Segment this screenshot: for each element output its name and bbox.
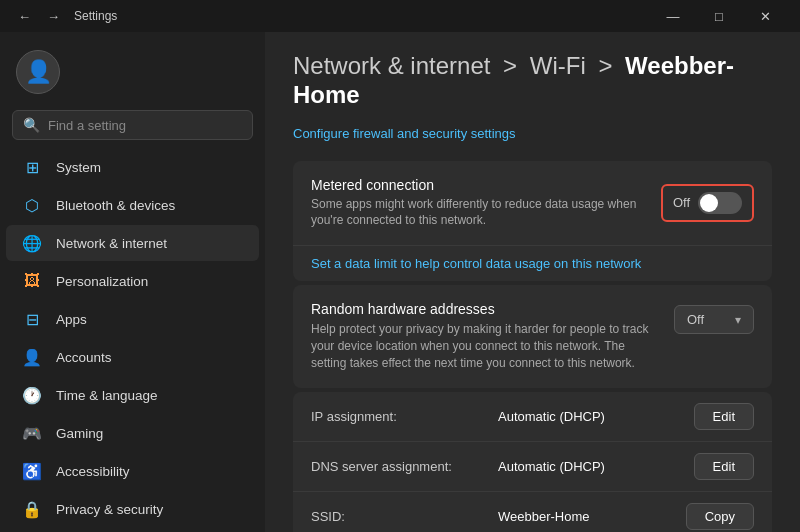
random-hw-section: Random hardware addresses Help protect y… <box>293 285 772 387</box>
time-icon: 🕐 <box>22 385 42 405</box>
sidebar-item-time[interactable]: 🕐 Time & language <box>6 377 259 413</box>
toggle-label: Off <box>673 195 690 210</box>
metered-section: Metered connection Some apps might work … <box>293 161 772 282</box>
random-hw-dropdown[interactable]: Off ▾ <box>674 305 754 334</box>
table-row: IP assignment: Automatic (DHCP) Edit <box>293 392 772 442</box>
title-bar-left: ← → Settings <box>12 7 117 26</box>
page-header: Network & internet > Wi-Fi > Weebber-Hom… <box>293 52 772 110</box>
metered-toggle[interactable] <box>698 192 742 214</box>
sidebar-item-label: Privacy & security <box>56 502 163 517</box>
app-layout: 👤 🔍 ⊞ System ⬡ Bluetooth & devices 🌐 Net… <box>0 32 800 532</box>
metered-text: Metered connection Some apps might work … <box>311 177 649 230</box>
sidebar-item-accounts[interactable]: 👤 Accounts <box>6 339 259 375</box>
info-label: SSID: <box>311 509 486 524</box>
avatar: 👤 <box>16 50 60 94</box>
info-label: IP assignment: <box>311 409 486 424</box>
breadcrumb-sep2: > <box>598 52 619 79</box>
info-value: Automatic (DHCP) <box>498 409 682 424</box>
data-limit-link[interactable]: Set a data limit to help control data us… <box>293 245 772 281</box>
dns-assignment-edit-button[interactable]: Edit <box>694 453 754 480</box>
breadcrumb-part1: Network & internet <box>293 52 490 79</box>
breadcrumb: Network & internet > Wi-Fi > Weebber-Hom… <box>293 52 772 110</box>
window-controls: — □ ✕ <box>650 0 788 32</box>
info-label: DNS server assignment: <box>311 459 486 474</box>
info-section: IP assignment: Automatic (DHCP) Edit DNS… <box>293 392 772 532</box>
sidebar-item-gaming[interactable]: 🎮 Gaming <box>6 415 259 451</box>
search-input[interactable] <box>48 118 242 133</box>
network-icon: 🌐 <box>22 233 42 253</box>
ip-assignment-edit-button[interactable]: Edit <box>694 403 754 430</box>
title-bar: ← → Settings — □ ✕ <box>0 0 800 32</box>
accounts-icon: 👤 <box>22 347 42 367</box>
main-content: Network & internet > Wi-Fi > Weebber-Hom… <box>265 32 800 532</box>
search-box[interactable]: 🔍 <box>12 110 253 140</box>
privacy-icon: 🔒 <box>22 499 42 519</box>
sidebar-item-label: Apps <box>56 312 87 327</box>
info-value: Weebber-Home <box>498 509 674 524</box>
title-bar-nav: ← → <box>12 7 66 26</box>
gaming-icon: 🎮 <box>22 423 42 443</box>
table-row: DNS server assignment: Automatic (DHCP) … <box>293 442 772 492</box>
back-button[interactable]: ← <box>12 7 37 26</box>
sidebar-item-label: System <box>56 160 101 175</box>
metered-desc: Some apps might work differently to redu… <box>311 196 649 230</box>
system-icon: ⊞ <box>22 157 42 177</box>
close-button[interactable]: ✕ <box>742 0 788 32</box>
sidebar-item-privacy[interactable]: 🔒 Privacy & security <box>6 491 259 527</box>
sidebar-item-apps[interactable]: ⊟ Apps <box>6 301 259 337</box>
random-hw-title: Random hardware addresses <box>311 301 662 317</box>
info-value: Automatic (DHCP) <box>498 459 682 474</box>
sidebar-item-label: Time & language <box>56 388 158 403</box>
sidebar-item-label: Accounts <box>56 350 112 365</box>
chevron-down-icon: ▾ <box>735 313 741 327</box>
sidebar-item-system[interactable]: ⊞ System <box>6 149 259 185</box>
minimize-button[interactable]: — <box>650 0 696 32</box>
toggle-knob <box>700 194 718 212</box>
random-hw-text: Random hardware addresses Help protect y… <box>311 301 662 371</box>
dropdown-label: Off <box>687 312 704 327</box>
sidebar-item-label: Personalization <box>56 274 148 289</box>
accessibility-icon: ♿ <box>22 461 42 481</box>
sidebar-item-label: Gaming <box>56 426 103 441</box>
sidebar-item-network[interactable]: 🌐 Network & internet <box>6 225 259 261</box>
maximize-button[interactable]: □ <box>696 0 742 32</box>
app-title: Settings <box>74 9 117 23</box>
sidebar-item-bluetooth[interactable]: ⬡ Bluetooth & devices <box>6 187 259 223</box>
bluetooth-icon: ⬡ <box>22 195 42 215</box>
ssid-copy-button[interactable]: Copy <box>686 503 754 530</box>
firewall-link[interactable]: Configure firewall and security settings <box>293 126 772 141</box>
sidebar-item-label: Network & internet <box>56 236 167 251</box>
sidebar-item-label: Bluetooth & devices <box>56 198 175 213</box>
metered-title: Metered connection <box>311 177 649 193</box>
search-icon: 🔍 <box>23 117 40 133</box>
personalization-icon: 🖼 <box>22 271 42 291</box>
sidebar-avatar: 👤 <box>0 40 265 110</box>
sidebar-item-label: Accessibility <box>56 464 130 479</box>
sidebar-item-accessibility[interactable]: ♿ Accessibility <box>6 453 259 489</box>
sidebar: 👤 🔍 ⊞ System ⬡ Bluetooth & devices 🌐 Net… <box>0 32 265 532</box>
apps-icon: ⊟ <box>22 309 42 329</box>
breadcrumb-sep1: > <box>503 52 524 79</box>
breadcrumb-part2: Wi-Fi <box>530 52 586 79</box>
forward-button[interactable]: → <box>41 7 66 26</box>
random-hw-desc: Help protect your privacy by making it h… <box>311 321 662 371</box>
metered-row: Metered connection Some apps might work … <box>293 161 772 246</box>
sidebar-item-personalization[interactable]: 🖼 Personalization <box>6 263 259 299</box>
metered-toggle-container[interactable]: Off <box>661 184 754 222</box>
table-row: SSID: Weebber-Home Copy <box>293 492 772 532</box>
